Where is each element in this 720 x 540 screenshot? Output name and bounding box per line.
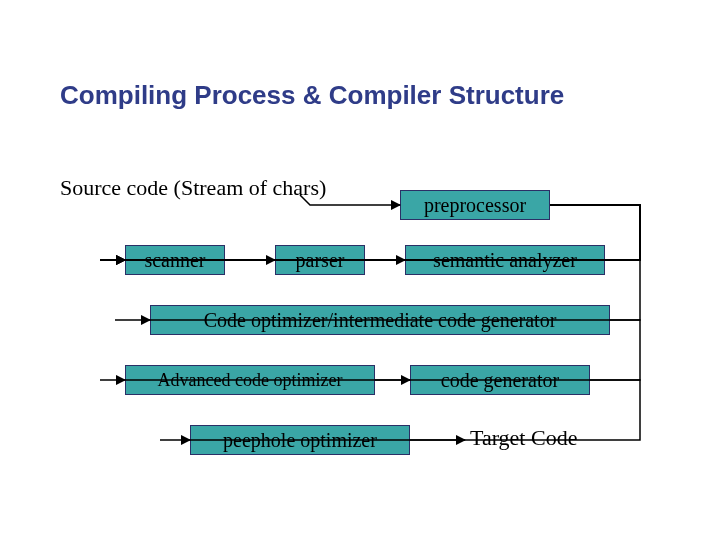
optimizer-intermediate-box: Code optimizer/intermediate code generat… <box>150 305 610 335</box>
code-generator-box: code generator <box>410 365 590 395</box>
slide-title: Compiling Process & Compiler Structure <box>60 80 564 111</box>
advanced-optimizer-box: Advanced code optimizer <box>125 365 375 395</box>
scanner-box: scanner <box>125 245 225 275</box>
semantic-analyzer-box: semantic analyzer <box>405 245 605 275</box>
parser-box: parser <box>275 245 365 275</box>
preprocessor-box: preprocessor <box>400 190 550 220</box>
source-code-label: Source code (Stream of chars) <box>60 175 326 201</box>
peephole-optimizer-box: peephole optimizer <box>190 425 410 455</box>
target-code-label: Target Code <box>470 425 577 451</box>
